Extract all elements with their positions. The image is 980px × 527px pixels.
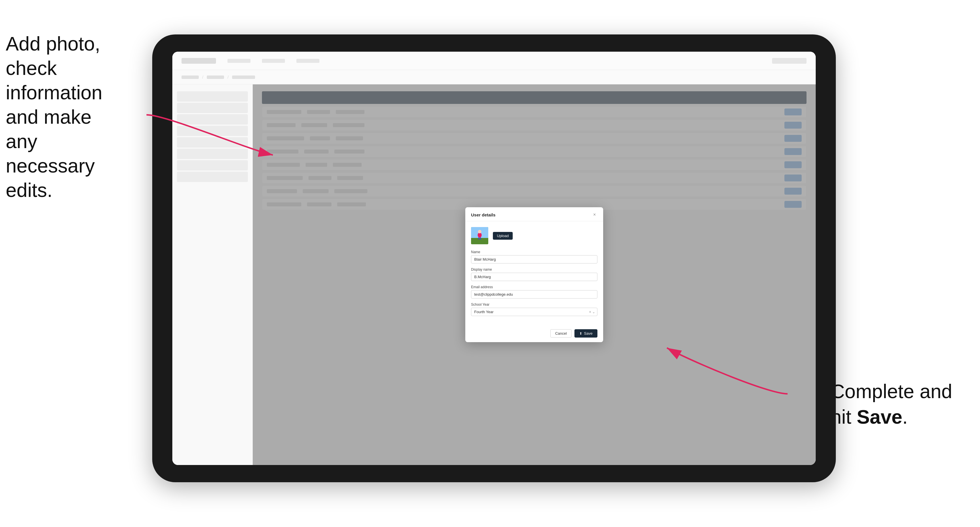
annotation-left: Add photo, check information and make an… [6, 32, 126, 202]
breadcrumb-sep: / [202, 75, 204, 79]
school-year-input[interactable] [471, 308, 597, 316]
display-name-field-group: Display name [471, 268, 597, 281]
breadcrumb-item-3 [232, 76, 255, 79]
select-icons: × ⌄ [589, 310, 595, 314]
svg-rect-7 [478, 237, 479, 240]
dialog-header: User details × [465, 207, 603, 221]
save-button[interactable]: ⬆ Save [574, 329, 597, 338]
dialog-title: User details [471, 213, 495, 217]
name-label: Name [471, 250, 597, 254]
nav-item-2 [262, 59, 285, 63]
upload-button[interactable]: Upload [493, 232, 513, 240]
school-year-select-wrapper: × ⌄ [471, 308, 597, 316]
annotation-right-punct: . [902, 406, 908, 428]
display-name-label: Display name [471, 268, 597, 271]
svg-rect-3 [471, 238, 488, 244]
save-label: Save [584, 331, 593, 335]
tablet-frame: / / [152, 35, 836, 482]
nav-item-3 [296, 59, 320, 63]
breadcrumb-item-2 [207, 76, 224, 79]
annotation-right-bold: Save [857, 406, 902, 428]
breadcrumb-item-1 [181, 76, 199, 79]
name-input[interactable] [471, 255, 597, 264]
email-input[interactable] [471, 290, 597, 298]
sidebar-row-1 [177, 91, 248, 102]
close-button[interactable]: × [592, 212, 597, 217]
modal-overlay: User details × [253, 84, 816, 465]
nav-item-1 [228, 59, 250, 63]
nav-right-area [772, 58, 807, 64]
dialog: User details × [465, 207, 603, 342]
dialog-body: Upload Name Display name [465, 221, 603, 326]
avatar-row: Upload [471, 227, 597, 244]
school-year-field-group: School Year × ⌄ [471, 303, 597, 316]
email-label: Email address [471, 285, 597, 289]
arrow-right [664, 342, 796, 401]
main-content: User details × [253, 84, 816, 465]
app-logo [181, 58, 216, 64]
chevron-down-icon[interactable]: ⌄ [592, 310, 595, 314]
clear-icon[interactable]: × [589, 310, 591, 314]
svg-point-6 [478, 230, 481, 233]
school-year-label: School Year [471, 303, 597, 306]
breadcrumb: / / [172, 70, 816, 84]
email-field-group: Email address [471, 285, 597, 298]
dialog-footer: Cancel ⬆ Save [465, 326, 603, 342]
display-name-input[interactable] [471, 273, 597, 281]
save-icon: ⬆ [579, 332, 582, 335]
cancel-button[interactable]: Cancel [550, 329, 571, 338]
avatar [471, 227, 488, 244]
nav-bar [172, 52, 816, 70]
name-field-group: Name [471, 250, 597, 264]
breadcrumb-sep-2: / [228, 75, 229, 79]
svg-rect-8 [480, 237, 481, 240]
sidebar-row-8 [177, 171, 248, 182]
annotation-right-line1: Complete and [830, 380, 952, 402]
arrow-left [138, 109, 276, 168]
annotation-right: Complete and hit Save. [830, 379, 957, 429]
